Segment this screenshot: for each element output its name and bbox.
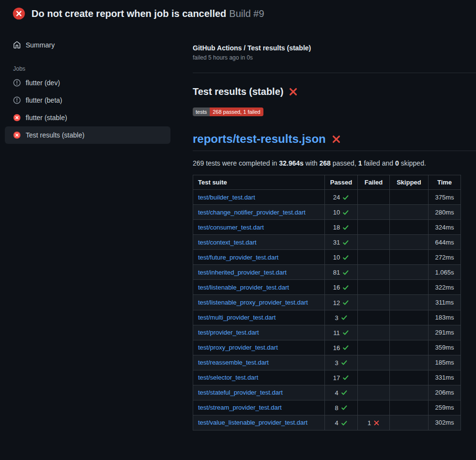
time-cell: 311ms xyxy=(429,295,461,310)
time-cell: 324ms xyxy=(429,220,461,235)
time-cell: 183ms xyxy=(429,310,461,325)
badge-label: tests xyxy=(193,107,210,116)
sidebar-item-summary[interactable]: Summary xyxy=(5,36,170,54)
test-suite-link[interactable]: test/builder_test.dart xyxy=(198,194,255,201)
check-icon xyxy=(342,194,349,201)
passed-count: 8 xyxy=(335,404,338,412)
col-header-time: Time xyxy=(429,175,461,190)
col-header-test-suite: Test suite xyxy=(193,175,325,190)
summary-line: 269 tests were completed in 32.964s with… xyxy=(193,159,476,167)
check-icon xyxy=(342,209,349,216)
sidebar-item-flutter-dev[interactable]: flutter (dev) xyxy=(5,74,170,92)
summary-duration: 32.964s xyxy=(279,159,304,167)
sidebar-item-label: Summary xyxy=(26,41,55,49)
time-cell: 322ms xyxy=(429,280,461,295)
skipped-count xyxy=(390,355,429,370)
passed-count: 16 xyxy=(333,344,340,352)
test-suite-link[interactable]: test/stream_provider_test.dart xyxy=(198,404,282,411)
table-row: test/stateful_provider_test.dart 4 206ms xyxy=(193,385,461,400)
time-cell: 359ms xyxy=(429,340,461,355)
col-header-passed: Passed xyxy=(325,175,358,190)
run-status-line: failed 5 hours ago in 0s xyxy=(193,54,476,61)
summary-failed: 1 xyxy=(358,159,362,167)
test-suite-link[interactable]: test/change_notifier_provider_test.dart xyxy=(198,209,306,216)
x-circle-icon xyxy=(13,131,21,139)
run-title: Do not create report when job is cancell… xyxy=(31,8,226,19)
page-header: Do not create report when job is cancell… xyxy=(0,0,476,27)
col-header-failed: Failed xyxy=(358,175,390,190)
report-heading: reports/test-results.json xyxy=(193,132,476,151)
check-icon xyxy=(341,389,348,396)
time-cell: 206ms xyxy=(429,385,461,400)
summary-intro: 269 tests were completed in xyxy=(193,159,279,167)
passed-count: 4 xyxy=(335,419,338,427)
time-cell: 259ms xyxy=(429,400,461,415)
main-content: GitHub Actions / Test results (stable) f… xyxy=(170,27,476,430)
skipped-count xyxy=(390,385,429,400)
check-icon xyxy=(342,224,349,231)
time-cell: 644ms xyxy=(429,235,461,250)
check-icon xyxy=(342,374,349,381)
table-row: test/reassemble_test.dart 3 185ms xyxy=(193,355,461,370)
table-row: test/provider_test.dart 11 291ms xyxy=(193,325,461,340)
divider xyxy=(193,73,476,73)
test-suite-link[interactable]: test/selector_test.dart xyxy=(198,374,258,381)
skipped-count xyxy=(390,295,429,310)
test-suite-link[interactable]: test/inherited_provider_test.dart xyxy=(198,269,287,276)
skipped-count xyxy=(390,325,429,340)
passed-count: 10 xyxy=(333,254,340,261)
time-cell: 331ms xyxy=(429,370,461,385)
layout: Summary Jobs flutter (dev) flutter (beta… xyxy=(0,27,476,430)
passed-count: 16 xyxy=(333,284,340,291)
test-suite-link[interactable]: test/listenable_proxy_provider_test.dart xyxy=(198,299,308,306)
test-suite-link[interactable]: test/consumer_test.dart xyxy=(198,224,264,231)
check-icon xyxy=(341,420,348,427)
check-icon xyxy=(342,344,349,351)
page-title: Do not create report when job is cancell… xyxy=(31,8,264,19)
test-suite-link[interactable]: test/context_test.dart xyxy=(198,239,257,246)
table-row: test/consumer_test.dart 18 324ms xyxy=(193,220,461,235)
table-row: test/listenable_proxy_provider_test.dart… xyxy=(193,295,461,310)
passed-count: 11 xyxy=(333,329,340,337)
skipped-count xyxy=(390,205,429,220)
test-suite-link[interactable]: test/listenable_provider_test.dart xyxy=(198,284,289,291)
test-suite-link[interactable]: test/provider_test.dart xyxy=(198,329,259,336)
skipped-count xyxy=(390,235,429,250)
check-icon xyxy=(341,359,348,366)
results-table: Test suite Passed Failed Skipped Time te… xyxy=(193,175,461,430)
time-cell: 375ms xyxy=(429,190,461,205)
table-row: test/builder_test.dart 24 375ms xyxy=(193,190,461,205)
test-suite-link[interactable]: test/proxy_provider_test.dart xyxy=(198,344,278,351)
summary-text: failed and xyxy=(362,159,396,167)
check-icon xyxy=(342,284,349,291)
sidebar-item-flutter-stable[interactable]: flutter (stable) xyxy=(5,109,170,126)
check-icon xyxy=(342,254,349,261)
jobs-section-label: Jobs xyxy=(5,61,170,74)
test-suite-link[interactable]: test/future_provider_test.dart xyxy=(198,254,278,261)
sidebar-item-flutter-beta[interactable]: flutter (beta) xyxy=(5,92,170,109)
summary-skipped: 0 xyxy=(395,159,399,167)
results-table-body: test/builder_test.dart 24 375ms test/cha… xyxy=(193,190,461,430)
exclamation-circle-icon xyxy=(13,96,21,104)
passed-count: 12 xyxy=(333,299,340,307)
x-circle-icon xyxy=(13,114,21,122)
cross-mark-icon xyxy=(289,87,298,96)
check-icon xyxy=(342,269,349,276)
skipped-count xyxy=(390,370,429,385)
report-link[interactable]: reports/test-results.json xyxy=(193,132,326,146)
time-cell: 272ms xyxy=(429,250,461,265)
passed-count: 10 xyxy=(333,209,340,216)
skipped-count xyxy=(390,220,429,235)
table-row: test/stream_provider_test.dart 8 259ms xyxy=(193,400,461,415)
failed-count: 1 xyxy=(368,419,371,427)
test-suite-link[interactable]: test/value_listenable_provider_test.dart xyxy=(198,419,307,426)
tests-badge: tests 268 passed, 1 failed xyxy=(193,107,263,116)
check-icon xyxy=(342,329,349,336)
passed-count: 24 xyxy=(333,194,340,201)
test-suite-link[interactable]: test/stateful_provider_test.dart xyxy=(198,389,283,396)
test-suite-link[interactable]: test/multi_provider_test.dart xyxy=(198,314,276,321)
test-suite-link[interactable]: test/reassemble_test.dart xyxy=(198,359,269,366)
skipped-count xyxy=(390,310,429,325)
sidebar-item-test-results-stable[interactable]: Test results (stable) xyxy=(5,126,170,144)
summary-text: passed, xyxy=(331,159,358,167)
